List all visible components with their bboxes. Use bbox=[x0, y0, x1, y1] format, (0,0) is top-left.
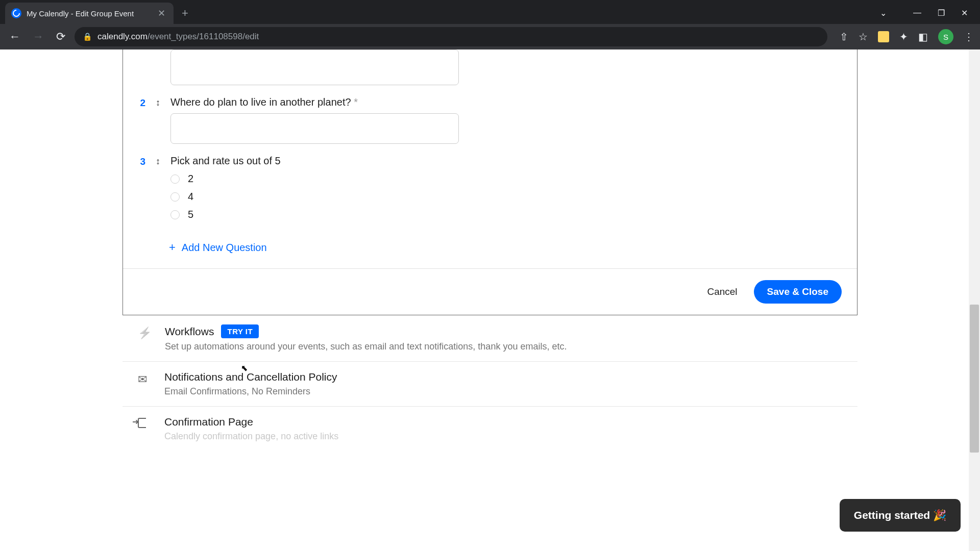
page-content: 1 ↕ 2 ↕ Where do plan to live in another… bbox=[0, 49, 980, 551]
radio-icon bbox=[170, 174, 180, 184]
section-title: Workflows TRY IT bbox=[165, 324, 842, 338]
section-subtitle: Set up automations around your events, s… bbox=[165, 341, 842, 352]
question-row: 1 ↕ bbox=[138, 49, 842, 85]
getting-started-widget[interactable]: Getting started 🎉 bbox=[840, 499, 961, 532]
extensions-icon[interactable]: ✦ bbox=[899, 31, 908, 43]
minimize-button[interactable]: — bbox=[913, 8, 921, 18]
bookmark-icon[interactable]: ☆ bbox=[859, 31, 868, 43]
lightning-icon bbox=[138, 324, 152, 340]
radio-option[interactable]: 5 bbox=[170, 209, 842, 220]
calendly-favicon bbox=[11, 8, 21, 18]
close-tab-icon[interactable]: ✕ bbox=[156, 8, 167, 19]
question-row: 2 ↕ Where do plan to live in another pla… bbox=[138, 96, 842, 144]
arrow-out-icon bbox=[138, 416, 151, 418]
help-widget-label: Getting started 🎉 bbox=[854, 509, 946, 521]
profile-avatar[interactable]: S bbox=[938, 29, 953, 44]
lock-icon: 🔒 bbox=[83, 32, 92, 41]
new-tab-button[interactable]: + bbox=[174, 7, 197, 20]
reload-button[interactable]: ⟳ bbox=[53, 28, 68, 45]
save-close-button[interactable]: Save & Close bbox=[754, 280, 842, 304]
try-it-badge[interactable]: TRY IT bbox=[221, 324, 259, 338]
plus-icon: + bbox=[169, 241, 176, 254]
question-text-input[interactable] bbox=[170, 113, 459, 144]
browser-toolbar: ← → ⟳ 🔒 calendly.com/event_types/1611085… bbox=[0, 24, 980, 49]
browser-tab[interactable]: My Calendly - Edit Group Event ✕ bbox=[5, 3, 174, 24]
address-bar[interactable]: 🔒 calendly.com/event_types/161108598/edi… bbox=[75, 27, 827, 46]
card-footer: Cancel Save & Close bbox=[123, 268, 857, 315]
browser-tab-bar: My Calendly - Edit Group Event ✕ + ⌄ — ❐… bbox=[0, 0, 980, 24]
radio-label: 2 bbox=[188, 173, 193, 185]
section-title: Confirmation Page bbox=[164, 416, 842, 428]
question-label: Where do plan to live in another planet?… bbox=[170, 96, 842, 108]
drag-handle-icon[interactable]: ↕ bbox=[156, 96, 160, 144]
questions-card: 1 ↕ 2 ↕ Where do plan to live in another… bbox=[122, 49, 857, 315]
share-icon[interactable]: ⇧ bbox=[840, 31, 848, 43]
radio-label: 5 bbox=[188, 209, 193, 220]
drag-handle-icon[interactable]: ↕ bbox=[156, 155, 160, 227]
section-subtitle: Calendly confirmation page, no active li… bbox=[164, 431, 842, 442]
back-button[interactable]: ← bbox=[6, 28, 23, 45]
radio-icon bbox=[170, 210, 180, 219]
section-title: Notifications and Cancellation Policy bbox=[164, 371, 842, 383]
section-subtitle: Email Confirmations, No Reminders bbox=[164, 386, 842, 397]
window-controls: ⌄ — ❐ ✕ bbox=[880, 8, 980, 18]
question-row: 3 ↕ Pick and rate us out of 5 2 4 bbox=[138, 155, 842, 227]
tab-title: My Calendly - Edit Group Event bbox=[27, 9, 151, 18]
question-number: 2 bbox=[138, 96, 145, 144]
question-text-input[interactable] bbox=[170, 49, 459, 85]
required-asterisk: * bbox=[354, 96, 358, 108]
sidepanel-icon[interactable]: ◧ bbox=[918, 31, 928, 43]
forward-button[interactable]: → bbox=[30, 28, 47, 45]
mail-icon bbox=[138, 371, 151, 386]
question-number: 3 bbox=[138, 155, 145, 227]
scrollbar-track[interactable] bbox=[969, 49, 980, 551]
notifications-section[interactable]: Notifications and Cancellation Policy Em… bbox=[122, 362, 857, 407]
tabs-dropdown-icon[interactable]: ⌄ bbox=[880, 8, 887, 18]
add-question-button[interactable]: + Add New Question bbox=[169, 241, 842, 254]
menu-icon[interactable]: ⋮ bbox=[964, 31, 974, 43]
add-question-label: Add New Question bbox=[182, 242, 267, 254]
radio-option[interactable]: 2 bbox=[170, 173, 842, 185]
extension-icon[interactable] bbox=[878, 31, 889, 42]
radio-icon bbox=[170, 192, 180, 202]
scrollbar-thumb[interactable] bbox=[970, 305, 979, 453]
radio-option[interactable]: 4 bbox=[170, 191, 842, 203]
close-window-button[interactable]: ✕ bbox=[961, 8, 968, 18]
confirmation-section[interactable]: Confirmation Page Calendly confirmation … bbox=[122, 407, 857, 451]
question-label: Pick and rate us out of 5 bbox=[170, 155, 842, 167]
maximize-button[interactable]: ❐ bbox=[938, 8, 945, 18]
cancel-button[interactable]: Cancel bbox=[703, 280, 741, 304]
radio-label: 4 bbox=[188, 191, 193, 203]
url-text: calendly.com/event_types/161108598/edit bbox=[97, 32, 259, 42]
workflows-section[interactable]: Workflows TRY IT Set up automations arou… bbox=[122, 315, 857, 362]
